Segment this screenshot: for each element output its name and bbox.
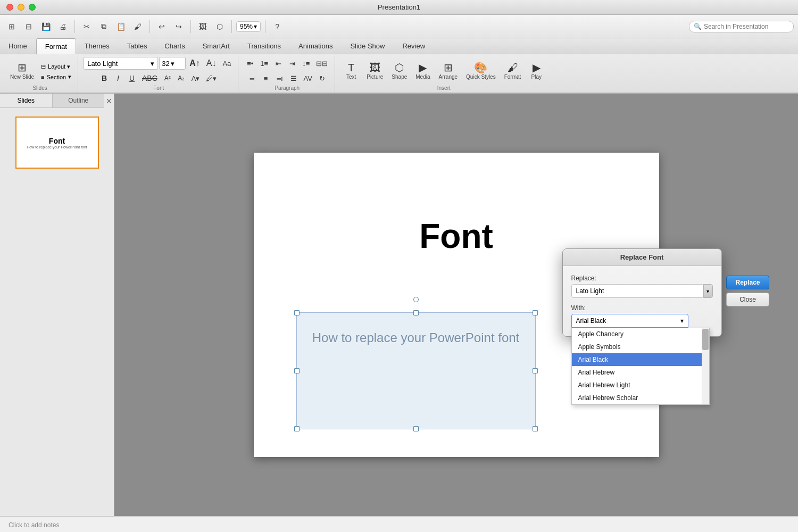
quick-styles-btn[interactable]: 🎨 Quick Styles bbox=[462, 60, 500, 82]
bullets-btn[interactable]: ≡• bbox=[244, 58, 256, 69]
resize-handle-tm[interactable] bbox=[413, 310, 419, 315]
change-case-btn[interactable]: Aa bbox=[220, 57, 234, 70]
slides-panel-close-btn[interactable]: ✕ bbox=[104, 96, 114, 106]
layout-btn[interactable]: ⊟ bbox=[21, 19, 36, 34]
resize-handle-tr[interactable] bbox=[533, 310, 538, 315]
outline-tab[interactable]: Outline bbox=[53, 94, 105, 107]
resize-handle-mr[interactable] bbox=[533, 368, 538, 373]
subscript-btn[interactable]: A₂ bbox=[175, 73, 188, 84]
slide-content-box[interactable]: How to replace your PowerPoint font bbox=[296, 312, 536, 429]
resize-handle-tl[interactable] bbox=[294, 310, 300, 315]
close-button[interactable] bbox=[6, 4, 13, 11]
slides-tab[interactable]: Slides bbox=[0, 94, 53, 107]
help-btn[interactable]: ? bbox=[270, 19, 285, 34]
replace-select-row: Lato Light ▾ bbox=[571, 284, 713, 298]
new-slide-toolbar-btn[interactable]: ⊞ bbox=[4, 19, 19, 34]
tab-slideshow[interactable]: Slide Show bbox=[342, 38, 394, 54]
format-painter-btn[interactable]: 🖌 bbox=[130, 19, 145, 34]
maximize-button[interactable] bbox=[29, 4, 36, 11]
replace-button[interactable]: Replace bbox=[726, 276, 769, 289]
char-spacing-btn[interactable]: AV bbox=[301, 73, 315, 84]
copy-btn[interactable]: ⧉ bbox=[96, 19, 111, 34]
with-dropdown-selected[interactable]: Arial Black ▾ bbox=[571, 314, 688, 328]
resize-handle-bl[interactable] bbox=[294, 426, 300, 431]
font-option-arial-black[interactable]: Arial Black bbox=[572, 353, 709, 366]
highlight-btn[interactable]: 🖊▾ bbox=[203, 73, 219, 84]
resize-handle-ml[interactable] bbox=[294, 368, 300, 373]
underline-btn[interactable]: U bbox=[126, 72, 138, 84]
font-selector-dropdown-icon[interactable]: ▾ bbox=[151, 60, 154, 68]
strikethrough-btn[interactable]: ABC bbox=[139, 72, 160, 84]
font-option-arial-hebrew[interactable]: Arial Hebrew bbox=[572, 366, 709, 379]
slide-canvas[interactable]: Font How to replace your PowerPoint font… bbox=[254, 153, 659, 457]
layout-btn-small[interactable]: ⊟ Layout ▾ bbox=[39, 62, 73, 71]
media-btn[interactable]: ▶ Media bbox=[412, 60, 434, 82]
font-color-btn[interactable]: A▾ bbox=[189, 73, 203, 84]
rotate-handle[interactable] bbox=[413, 297, 419, 302]
replace-field[interactable]: Lato Light bbox=[571, 284, 704, 298]
columns-btn[interactable]: ⊟⊟ bbox=[313, 58, 330, 69]
notes-placeholder[interactable]: Click to add notes bbox=[9, 521, 59, 529]
italic-btn[interactable]: I bbox=[112, 72, 124, 84]
paste-btn[interactable]: 📋 bbox=[113, 19, 128, 34]
tab-smartart[interactable]: SmartArt bbox=[194, 38, 239, 54]
resize-handle-bm[interactable] bbox=[413, 426, 419, 431]
numbering-btn[interactable]: 1≡ bbox=[257, 58, 271, 69]
font-option-apple-chancery[interactable]: Apple Chancery bbox=[572, 328, 709, 340]
font-name-selector[interactable]: Lato Light ▾ bbox=[84, 57, 158, 70]
font-size-dropdown-icon[interactable]: ▾ bbox=[171, 60, 174, 68]
format-btn[interactable]: 🖌 Format bbox=[501, 60, 525, 82]
insert-shape-btn[interactable]: ⬡ bbox=[212, 19, 227, 34]
new-slide-btn[interactable]: ⊞ New Slide bbox=[6, 60, 38, 82]
undo-btn[interactable]: ↩ bbox=[154, 19, 169, 34]
dropdown-scrollbar[interactable] bbox=[702, 328, 709, 404]
resize-handle-br[interactable] bbox=[533, 426, 538, 431]
superscript-btn[interactable]: A² bbox=[161, 73, 174, 84]
font-option-arial-hebrew-scholar[interactable]: Arial Hebrew Scholar bbox=[572, 392, 709, 404]
window-controls[interactable] bbox=[6, 4, 36, 11]
tab-animations[interactable]: Animations bbox=[290, 38, 342, 54]
tab-charts[interactable]: Charts bbox=[156, 38, 194, 54]
indent-less-btn[interactable]: ⇤ bbox=[272, 58, 285, 69]
picture-btn[interactable]: 🖼 Picture bbox=[363, 60, 387, 82]
align-right-btn[interactable]: ⫥ bbox=[273, 73, 286, 84]
font-option-arial-hebrew-light[interactable]: Arial Hebrew Light bbox=[572, 379, 709, 392]
cut-btn[interactable]: ✂ bbox=[79, 19, 94, 34]
zoom-control[interactable]: 95% ▾ bbox=[236, 21, 261, 32]
font-option-apple-symbols[interactable]: Apple Symbols bbox=[572, 340, 709, 353]
para-row2: ⫤ ≡ ⫥ ☰ AV ↻ bbox=[246, 71, 329, 85]
play-btn[interactable]: ▶ Play bbox=[526, 60, 547, 82]
slide-thumbnail[interactable]: Font How to replace your PowerPoint font bbox=[15, 117, 99, 169]
replace-dropdown-arrow[interactable]: ▾ bbox=[703, 284, 713, 298]
tab-themes[interactable]: Themes bbox=[76, 38, 119, 54]
line-spacing-btn[interactable]: ↕≡ bbox=[300, 58, 312, 69]
tab-tables[interactable]: Tables bbox=[119, 38, 156, 54]
tab-review[interactable]: Review bbox=[394, 38, 434, 54]
tab-format[interactable]: Format bbox=[36, 38, 76, 54]
dropdown-scrollthumb[interactable] bbox=[702, 329, 709, 350]
save-btn[interactable]: 💾 bbox=[38, 19, 53, 34]
search-input[interactable] bbox=[704, 23, 789, 30]
tab-home[interactable]: Home bbox=[0, 38, 36, 54]
close-button-dialog[interactable]: Close bbox=[726, 293, 769, 306]
indent-more-btn[interactable]: ⇥ bbox=[286, 58, 298, 69]
bold-btn[interactable]: B bbox=[98, 72, 111, 84]
text-btn[interactable]: T Text bbox=[340, 60, 362, 82]
print-btn[interactable]: 🖨 bbox=[55, 19, 70, 34]
section-btn[interactable]: ≡ Section ▾ bbox=[39, 72, 73, 81]
align-left-btn[interactable]: ⫤ bbox=[246, 73, 259, 84]
redo-btn[interactable]: ↪ bbox=[171, 19, 186, 34]
zoom-dropdown-icon[interactable]: ▾ bbox=[254, 23, 257, 30]
text-direction-btn[interactable]: ↻ bbox=[316, 73, 329, 84]
shape-btn[interactable]: ⬡ Shape bbox=[388, 60, 411, 82]
minimize-button[interactable] bbox=[18, 4, 24, 11]
insert-pic-btn[interactable]: 🖼 bbox=[195, 19, 210, 34]
font-size-decrease-btn[interactable]: A↓ bbox=[204, 57, 219, 70]
align-center-btn[interactable]: ≡ bbox=[260, 73, 272, 84]
search-bar[interactable]: 🔍 bbox=[689, 21, 794, 32]
align-justify-btn[interactable]: ☰ bbox=[287, 73, 300, 84]
arrange-btn[interactable]: ⊞ Arrange bbox=[435, 60, 462, 82]
font-size-selector[interactable]: 32 ▾ bbox=[159, 57, 186, 70]
tab-transitions[interactable]: Transitions bbox=[239, 38, 290, 54]
font-size-increase-btn[interactable]: A↑ bbox=[187, 57, 203, 70]
